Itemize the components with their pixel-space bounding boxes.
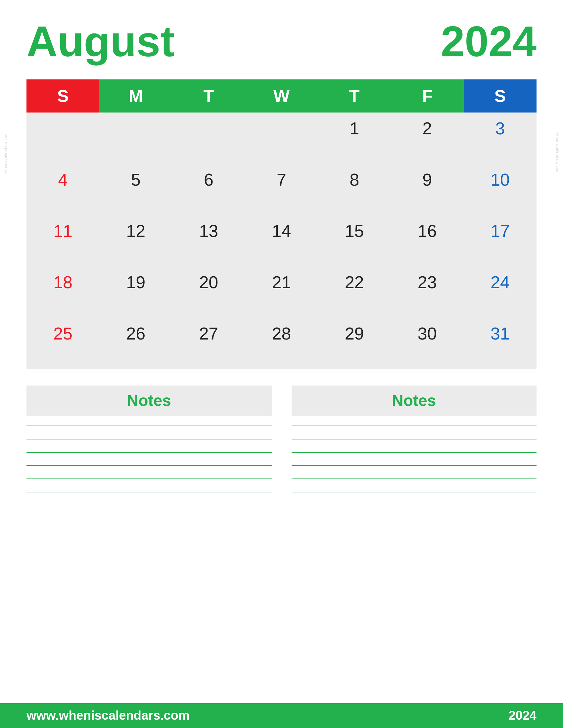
notes-section: Notes Notes — [26, 386, 537, 492]
calendar-day: 1 — [318, 113, 391, 164]
notes-line — [292, 426, 537, 426]
calendar-day: 18 — [26, 266, 99, 318]
calendar-day: 2 — [391, 113, 464, 164]
calendar-table: S M T W T F S 12345678910111213141516171… — [26, 79, 537, 369]
calendar-day: 5 — [99, 164, 172, 215]
header-monday: M — [99, 79, 172, 113]
calendar-day: 12 — [99, 215, 172, 266]
calendar-day: 30 — [391, 318, 464, 369]
watermark-left: wheniscalendars.com — [3, 132, 7, 174]
calendar-day: 26 — [99, 318, 172, 369]
calendar-day — [172, 113, 245, 164]
header-tuesday: T — [172, 79, 245, 113]
notes-line — [26, 439, 272, 439]
calendar-week-row: 11121314151617 — [26, 215, 537, 266]
calendar-day: 21 — [245, 266, 318, 318]
header-saturday: S — [464, 79, 537, 113]
calendar-week-row: 25262728293031 — [26, 318, 537, 369]
calendar-day: 25 — [26, 318, 99, 369]
footer: www.wheniscalendars.com 2024 — [0, 703, 563, 728]
calendar-day: 16 — [391, 215, 464, 266]
notes-box-right: Notes — [292, 386, 537, 492]
calendar-week-row: 45678910 — [26, 164, 537, 215]
footer-url: www.wheniscalendars.com — [26, 708, 190, 723]
calendar-week-row: 18192021222324 — [26, 266, 537, 318]
calendar-day: 17 — [464, 215, 537, 266]
header-friday: F — [391, 79, 464, 113]
header-wednesday: W — [245, 79, 318, 113]
calendar-header-row: S M T W T F S — [26, 79, 537, 113]
month-title: August — [26, 20, 175, 63]
header-thursday: T — [318, 79, 391, 113]
footer-year: 2024 — [508, 708, 537, 723]
watermark-right: wheniscalendars.com — [556, 132, 560, 174]
calendar-day: 4 — [26, 164, 99, 215]
notes-right-header: Notes — [292, 386, 537, 416]
calendar-day: 3 — [464, 113, 537, 164]
calendar-day — [26, 113, 99, 164]
year-title: 2024 — [441, 20, 537, 63]
calendar-week-row: 123 — [26, 113, 537, 164]
notes-right-lines — [292, 426, 537, 492]
notes-line — [292, 439, 537, 439]
notes-left-lines — [26, 426, 272, 492]
notes-line — [292, 452, 537, 453]
notes-line — [26, 492, 272, 492]
calendar-day: 13 — [172, 215, 245, 266]
notes-line — [26, 465, 272, 466]
calendar-day: 31 — [464, 318, 537, 369]
calendar-day: 29 — [318, 318, 391, 369]
calendar-day: 23 — [391, 266, 464, 318]
calendar-day: 7 — [245, 164, 318, 215]
calendar-day: 20 — [172, 266, 245, 318]
notes-line — [292, 465, 537, 466]
calendar-day: 15 — [318, 215, 391, 266]
notes-box-left: Notes — [26, 386, 272, 492]
calendar-day: 9 — [391, 164, 464, 215]
calendar-day — [245, 113, 318, 164]
notes-line — [26, 478, 272, 479]
calendar-day: 8 — [318, 164, 391, 215]
notes-line — [292, 492, 537, 492]
header-sunday: S — [26, 79, 99, 113]
calendar-day: 19 — [99, 266, 172, 318]
calendar-day: 22 — [318, 266, 391, 318]
notes-line — [26, 426, 272, 426]
calendar-page: wheniscalendars.com wheniscalendars.com … — [0, 0, 563, 728]
calendar-day — [99, 113, 172, 164]
calendar-day: 28 — [245, 318, 318, 369]
calendar-day: 11 — [26, 215, 99, 266]
calendar-day: 14 — [245, 215, 318, 266]
calendar-header: August 2024 — [26, 20, 537, 63]
notes-line — [292, 478, 537, 479]
calendar-day: 10 — [464, 164, 537, 215]
notes-left-header: Notes — [26, 386, 272, 416]
calendar-day: 27 — [172, 318, 245, 369]
calendar-day: 24 — [464, 266, 537, 318]
calendar-day: 6 — [172, 164, 245, 215]
notes-line — [26, 452, 272, 453]
